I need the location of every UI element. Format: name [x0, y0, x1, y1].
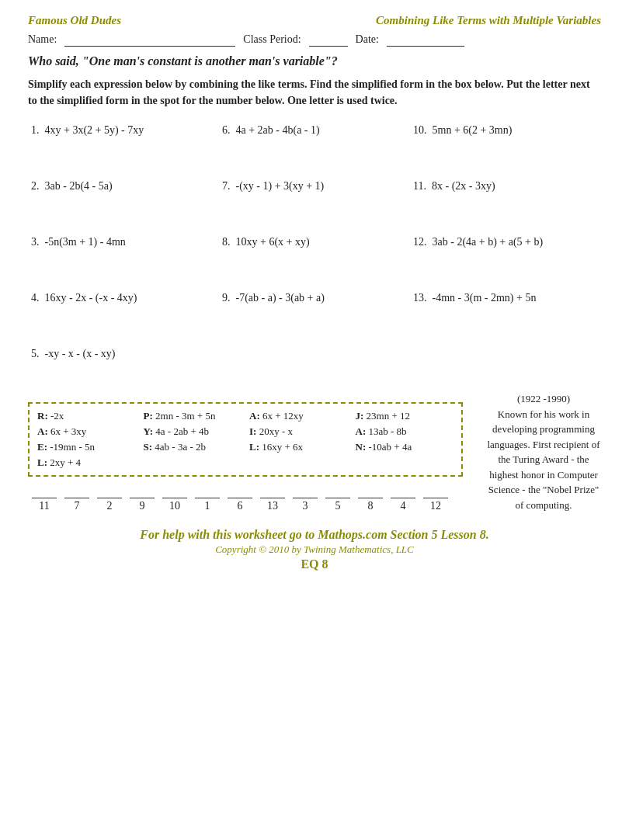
blank-1: 1	[191, 484, 224, 512]
blank-5: 5	[321, 484, 354, 512]
answer-L2: L: 2xy + 4	[37, 456, 136, 469]
problem-col-1: 1. 4xy + 3x(2 + 5y) - 7xy 2. 3ab - 2b(4 …	[28, 120, 219, 384]
answer-A3: A: 13ab - 8b	[356, 425, 454, 438]
problem-8: 8. 10xy + 6(x + xy)	[219, 231, 410, 287]
prob-num: 1.	[31, 124, 40, 136]
blank-12: 12	[419, 484, 452, 512]
date-label: Date:	[356, 33, 379, 46]
prob-num: 11.	[413, 180, 426, 192]
problem-col-3: 10. 5mn + 6(2 + 3mn) 11. 8x - (2x - 3xy)…	[410, 120, 601, 384]
name-row: Name: Class Period: Date:	[28, 33, 601, 47]
num-6: 6	[238, 500, 243, 512]
blank-line	[195, 484, 220, 498]
instructions: Simplify each expression below by combin…	[28, 76, 601, 109]
prob-num: 7.	[222, 180, 231, 192]
problem-13: 13. -4mn - 3(m - 2mn) + 5n	[410, 287, 601, 343]
answer-empty3	[356, 456, 454, 469]
class-period-line	[309, 33, 348, 47]
answer-key-area: R: -2x P: 2mn - 3m + 5n A: 6x + 12xy J: …	[28, 391, 463, 512]
footer-main: For help with this worksheet go to Matho…	[28, 528, 601, 542]
blank-13: 13	[256, 484, 289, 512]
num-3: 3	[303, 500, 308, 512]
bio-box: (1922 -1990) Known for his work in devel…	[478, 391, 601, 512]
prob-num: 10.	[413, 124, 427, 136]
blank-2: 2	[93, 484, 126, 512]
problem-6: 6. 4a + 2ab - 4b(a - 1)	[219, 120, 410, 175]
header-right: Combining Like Terms with Multiple Varia…	[376, 14, 601, 27]
blank-line	[358, 484, 383, 498]
prob-num: 5.	[31, 348, 40, 359]
answer-empty2	[249, 456, 348, 469]
answer-S: S: 4ab - 3a - 2b	[144, 441, 242, 453]
name-line	[64, 33, 235, 47]
answer-N: N: -10ab + 4a	[356, 441, 454, 453]
answer-A2: A: 6x + 3xy	[37, 425, 136, 438]
problem-3: 3. -5n(3m + 1) - 4mn	[28, 231, 219, 287]
problem-5: 5. -xy - x - (x - xy)	[28, 343, 219, 384]
blank-line	[293, 484, 318, 498]
number-row: 11 7 2 9 10 1	[28, 484, 463, 512]
prob-num: 4.	[31, 292, 40, 304]
blank-line	[228, 484, 252, 498]
blank-line	[260, 484, 285, 498]
prob-num: 6.	[222, 124, 231, 136]
answer-J: J: 23mn + 12	[356, 410, 454, 422]
blank-line	[325, 484, 350, 498]
class-label: Class Period:	[243, 33, 301, 46]
problem-4: 4. 16xy - 2x - (-x - 4xy)	[28, 287, 219, 343]
blank-10: 10	[158, 484, 191, 512]
num-10: 10	[169, 500, 180, 512]
blank-line	[162, 484, 187, 498]
num-12: 12	[430, 500, 441, 512]
blank-line	[423, 484, 448, 498]
num-1: 1	[205, 500, 210, 512]
blank-9: 9	[126, 484, 158, 512]
problem-2: 2. 3ab - 2b(4 - 5a)	[28, 175, 219, 231]
blank-7: 7	[61, 484, 93, 512]
blank-11: 11	[28, 484, 61, 512]
prob-num: 12.	[413, 236, 427, 248]
date-line	[387, 33, 464, 47]
footer-copy: Copyright © 2010 by Twining Mathematics,…	[28, 543, 601, 556]
answer-Y: Y: 4a - 2ab + 4b	[144, 425, 242, 438]
num-8: 8	[368, 500, 374, 512]
answer-P: P: 2mn - 3m + 5n	[144, 410, 242, 422]
num-7: 7	[75, 500, 80, 512]
title-question: Who said, "One man's constant is another…	[28, 54, 601, 68]
prob-num: 2.	[31, 180, 40, 192]
footer-eq: EQ 8	[28, 557, 601, 571]
problem-7: 7. -(xy - 1) + 3(xy + 1)	[219, 175, 410, 231]
footer-area: For help with this worksheet go to Matho…	[28, 528, 601, 571]
header-left: Famous Old Dudes	[28, 14, 121, 27]
problem-1: 1. 4xy + 3x(2 + 5y) - 7xy	[28, 120, 219, 175]
num-2: 2	[107, 500, 113, 512]
num-13: 13	[267, 500, 278, 512]
num-11: 11	[39, 500, 49, 512]
num-5: 5	[335, 500, 341, 512]
problem-12: 12. 3ab - 2(4a + b) + a(5 + b)	[410, 231, 601, 287]
answer-E: E: -19mn - 5n	[37, 441, 136, 453]
blank-8: 8	[354, 484, 387, 512]
problem-10: 10. 5mn + 6(2 + 3mn)	[410, 120, 601, 175]
blank-6: 6	[224, 484, 256, 512]
blank-3: 3	[289, 484, 321, 512]
blank-4: 4	[387, 484, 419, 512]
answer-A1: A: 6x + 12xy	[249, 410, 348, 422]
prob-num: 13.	[413, 292, 427, 304]
bio-text: Known for his work in developing program…	[486, 407, 601, 513]
blank-line	[64, 484, 89, 498]
blank-line	[130, 484, 155, 498]
bio-years: (1922 -1990)	[486, 391, 601, 407]
num-4: 4	[401, 500, 406, 512]
answer-L1: L: 16xy + 6x	[249, 441, 348, 453]
answer-empty1	[144, 456, 242, 469]
problem-col-2: 6. 4a + 2ab - 4b(a - 1) 7. -(xy - 1) + 3…	[219, 120, 410, 384]
prob-num: 9.	[222, 292, 231, 304]
answer-box: R: -2x P: 2mn - 3m + 5n A: 6x + 12xy J: …	[28, 402, 463, 477]
blank-line	[32, 484, 57, 498]
prob-num: 8.	[222, 236, 231, 248]
answer-I: I: 20xy - x	[249, 425, 348, 438]
blank-line	[97, 484, 122, 498]
bottom-section: R: -2x P: 2mn - 3m + 5n A: 6x + 12xy J: …	[28, 391, 601, 512]
name-label: Name:	[28, 33, 57, 46]
